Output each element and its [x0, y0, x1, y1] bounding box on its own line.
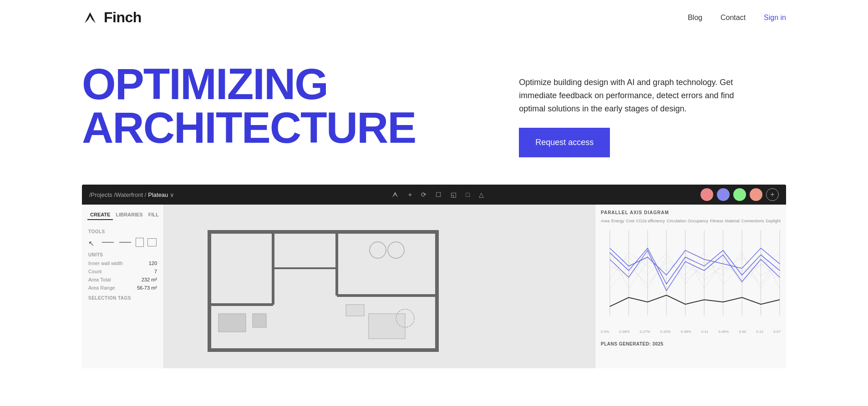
- chart-axes-labels: Area Energy Cost CO2e efficiency Circula…: [601, 219, 781, 223]
- unit-row-0: Inner wall width 120: [82, 259, 163, 267]
- toolbar-breadcrumb[interactable]: /Projects /Waterfront / Plateau ∨: [89, 191, 174, 198]
- unit-value-1: 7: [154, 269, 157, 274]
- axis-area: Area: [601, 219, 609, 223]
- unit-value-2: 232 m²: [142, 277, 157, 282]
- parallel-axis-svg: [601, 225, 781, 325]
- axis-occupancy: Occupancy: [688, 219, 708, 223]
- svg-marker-0: [85, 12, 96, 23]
- unit-label-2: Area Total: [88, 277, 111, 282]
- add-collaborator-button[interactable]: +: [766, 188, 779, 201]
- line-tool-icon[interactable]: [102, 242, 114, 243]
- triangle-icon[interactable]: △: [479, 191, 484, 198]
- nav-contact[interactable]: Contact: [721, 14, 746, 22]
- request-access-button[interactable]: Request access: [519, 128, 610, 157]
- avatar-1: [700, 188, 713, 201]
- finch-logo-icon: [82, 10, 98, 26]
- svg-rect-8: [218, 314, 246, 332]
- app-content: CREATE LIBRARIES FILL TOOLS ↖ UNITS Inne…: [82, 205, 786, 368]
- unit-label-3: Area Range: [88, 285, 115, 291]
- wall-tool-icon[interactable]: [136, 238, 144, 247]
- breadcrumb-prefix: /Projects /Waterfront /: [89, 191, 146, 198]
- svg-rect-9: [253, 314, 266, 327]
- axis-energy: Energy: [611, 219, 624, 223]
- nav-signin[interactable]: Sign in: [764, 14, 786, 22]
- hero-title-line1: OPTIMIZING: [82, 62, 482, 106]
- hero-title-area: OPTIMIZING ARCHITECTURE: [82, 62, 482, 150]
- room-tool-icon[interactable]: [147, 238, 157, 246]
- divider-tool-icon[interactable]: [119, 242, 131, 243]
- hero-title: OPTIMIZING ARCHITECTURE: [82, 62, 482, 150]
- svg-rect-12: [369, 314, 405, 339]
- plans-generated-area: PLANS GENERATED: 3025: [601, 339, 781, 347]
- layer-icon[interactable]: ◱: [451, 191, 457, 198]
- svg-point-11: [388, 242, 404, 258]
- svg-point-10: [370, 242, 386, 258]
- svg-rect-13: [346, 305, 364, 316]
- hero-section: OPTIMIZING ARCHITECTURE Optimize buildin…: [0, 35, 868, 157]
- axis-material: Material: [725, 219, 740, 223]
- plans-generated-label: PLANS GENERATED: 3025: [601, 341, 664, 346]
- tab-libraries[interactable]: LIBRARIES: [113, 210, 145, 220]
- chart-title: PARALLEL AXIS DIAGRAM: [601, 210, 781, 215]
- unit-value-0: 120: [149, 261, 157, 266]
- comment-icon[interactable]: ☐: [436, 191, 442, 198]
- toolbar-center-icons: ⌖ ⟳ ☐ ◱ □ △: [391, 190, 483, 199]
- floor-plan-svg: [182, 214, 492, 368]
- units-section-label: UNITS: [82, 249, 163, 259]
- hero-right-area: Optimize building design with AI and gra…: [519, 62, 786, 157]
- connect-icon[interactable]: ⟳: [421, 191, 426, 198]
- parallel-axis-chart: [601, 225, 781, 334]
- nav-blog[interactable]: Blog: [688, 14, 702, 22]
- hero-title-line2: ARCHITECTURE: [82, 106, 482, 150]
- hero-description: Optimize building design with AI and gra…: [519, 76, 737, 115]
- finch-toolbar-icon: [391, 190, 399, 199]
- left-panel: CREATE LIBRARIES FILL TOOLS ↖ UNITS Inne…: [82, 205, 164, 368]
- tools-section-label: TOOLS: [82, 226, 163, 236]
- unit-label-0: Inner wall width: [88, 261, 123, 266]
- tools-row: ↖: [82, 236, 163, 249]
- breadcrumb-active: Plateau: [148, 191, 168, 198]
- right-panel: PARALLEL AXIS DIAGRAM Area Energy Cost C…: [595, 205, 786, 368]
- unit-label-1: Count: [88, 269, 102, 274]
- logo[interactable]: Finch: [82, 9, 142, 26]
- square-icon[interactable]: □: [466, 191, 469, 198]
- avatar-4: [750, 188, 762, 201]
- header: Finch Blog Contact Sign in: [0, 0, 868, 35]
- axis-co2: CO2e efficiency: [636, 219, 665, 223]
- axis-cost: Cost: [626, 219, 635, 223]
- arrow-tool-icon[interactable]: ↖: [88, 239, 97, 246]
- pin-icon[interactable]: ⌖: [408, 191, 412, 199]
- unit-row-1: Count 7: [82, 267, 163, 276]
- svg-marker-1: [392, 192, 398, 197]
- axis-daylight: Daylight: [766, 219, 781, 223]
- avatar-3: [733, 188, 746, 201]
- unit-row-2: Area Total 232 m²: [82, 276, 163, 284]
- app-screenshot: /Projects /Waterfront / Plateau ∨ ⌖ ⟳ ☐ …: [82, 185, 786, 368]
- toolbar-right-area: +: [700, 188, 779, 201]
- unit-value-3: 56-73 m²: [137, 285, 157, 291]
- tags-section-label: SELECTION TAGS: [82, 292, 163, 302]
- tab-create[interactable]: CREATE: [87, 210, 113, 220]
- unit-row-3: Area Range 56-73 m²: [82, 284, 163, 292]
- axis-fitness: Fitness: [710, 219, 723, 223]
- main-canvas[interactable]: [164, 205, 595, 368]
- nav: Blog Contact Sign in: [688, 14, 786, 22]
- tab-fill[interactable]: FILL: [146, 210, 162, 220]
- logo-text: Finch: [104, 9, 142, 26]
- panel-tabs: CREATE LIBRARIES FILL: [82, 210, 163, 220]
- breadcrumb-caret: ∨: [170, 191, 174, 198]
- axis-circulation: Circulation: [667, 219, 686, 223]
- axis-connections: Connections: [741, 219, 764, 223]
- avatar-2: [717, 188, 730, 201]
- app-toolbar: /Projects /Waterfront / Plateau ∨ ⌖ ⟳ ☐ …: [82, 185, 786, 205]
